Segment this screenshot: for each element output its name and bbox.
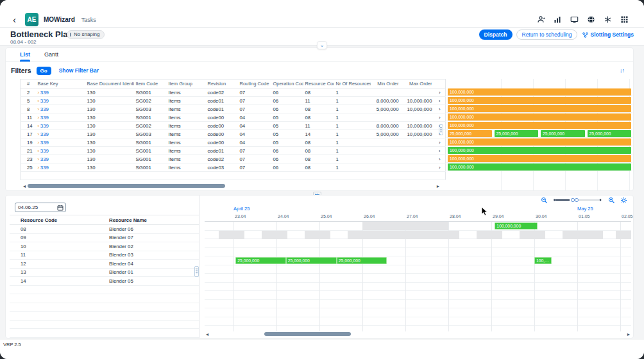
scroll-right-icon[interactable]: ► bbox=[626, 332, 631, 337]
table-row[interactable]: 17›339130SG003Itemscode0004051415,000,00… bbox=[21, 130, 446, 138]
capacity-bar[interactable]: 100,000,000 bbox=[448, 163, 631, 171]
table-row[interactable]: 25›339130SG001Itemscode030706081› bbox=[21, 163, 446, 172]
base-key-link[interactable]: 339 bbox=[40, 90, 49, 96]
row-detail-chevron[interactable]: › bbox=[434, 155, 446, 163]
column-header-max-order[interactable]: Max Order bbox=[401, 79, 434, 88]
calendar-icon[interactable] bbox=[57, 205, 64, 211]
column-header-base-document-identifier[interactable]: Base Document Identifier bbox=[85, 79, 134, 88]
scroll-left-icon[interactable]: ◄ bbox=[205, 332, 210, 337]
row-detail-chevron[interactable]: › bbox=[434, 147, 446, 155]
column-header-item-group[interactable]: Item Group bbox=[167, 79, 206, 88]
date-input[interactable]: 04.06.25 bbox=[15, 203, 66, 212]
capacity-bar[interactable]: 100,000,000 bbox=[448, 147, 631, 154]
gantt-bar[interactable]: 25,000,000 bbox=[286, 257, 337, 264]
sort-icon[interactable]: ↓↑ bbox=[620, 67, 624, 74]
resource-row[interactable]: 09Blender 07 bbox=[10, 233, 199, 242]
capacity-bar[interactable]: 100,000,000 bbox=[448, 113, 631, 121]
base-key-link[interactable]: 339 bbox=[40, 156, 49, 162]
monitor-icon[interactable] bbox=[570, 15, 579, 24]
base-key-link[interactable]: 339 bbox=[40, 98, 49, 104]
capacity-bar[interactable]: 100,000,000 bbox=[448, 138, 631, 146]
column-header-resource-code[interactable]: Resource Code bbox=[303, 79, 334, 88]
row-detail-chevron[interactable]: › bbox=[434, 88, 446, 97]
column-header-operation-code[interactable]: Operation Code bbox=[271, 79, 303, 88]
show-filter-bar-link[interactable]: Show Filter Bar bbox=[59, 67, 99, 74]
grid-icon[interactable] bbox=[620, 15, 629, 24]
resource-column-resource-name[interactable]: Resource Name bbox=[107, 215, 199, 225]
table-row[interactable]: 11›339130SG001Itemscode000405081› bbox=[21, 113, 446, 122]
collapse-header-button[interactable]: ⌄ bbox=[317, 41, 327, 49]
go-button[interactable]: Go bbox=[37, 67, 51, 75]
base-key-link[interactable]: 339 bbox=[40, 123, 49, 129]
vertical-splitter-grip[interactable] bbox=[439, 124, 443, 135]
cell: SG001 bbox=[134, 155, 167, 163]
gantt-splitter-grip[interactable] bbox=[194, 266, 199, 277]
capacity-bar[interactable]: 100,000,000 bbox=[448, 155, 631, 162]
slotting-settings-button[interactable]: Slotting Settings bbox=[581, 29, 635, 40]
gantt-bar[interactable]: 25,000,000 bbox=[235, 257, 285, 264]
row-detail-chevron[interactable]: › bbox=[434, 113, 446, 122]
scrollbar-thumb[interactable] bbox=[264, 332, 351, 336]
table-row[interactable]: 2›339130SG001Itemscode020706081› bbox=[21, 88, 446, 97]
zoom-in-icon[interactable] bbox=[608, 197, 615, 204]
return-to-scheduling-button[interactable]: Return to scheduling bbox=[516, 29, 578, 40]
table-row[interactable]: 5›339130SG002Itemscode0107061118,000,000… bbox=[21, 97, 446, 105]
table-row[interactable]: 23›339130SG001Itemscode020706081› bbox=[21, 155, 446, 163]
resource-row[interactable]: 12Blender 04 bbox=[10, 260, 199, 269]
scroll-left-icon[interactable]: ◄ bbox=[22, 184, 27, 188]
base-key-link[interactable]: 339 bbox=[40, 165, 49, 171]
back-icon[interactable]: ‹ bbox=[9, 13, 20, 26]
base-key-link[interactable]: 339 bbox=[40, 140, 49, 146]
resource-row[interactable]: 11Blender 03 bbox=[10, 251, 199, 260]
row-detail-chevron[interactable]: › bbox=[434, 105, 446, 113]
globe-icon[interactable] bbox=[587, 15, 595, 24]
zoom-out-icon[interactable] bbox=[541, 197, 548, 204]
column-header-min-order[interactable]: Min Order bbox=[371, 79, 401, 88]
analytics-icon[interactable] bbox=[554, 15, 562, 24]
tab-gantt[interactable]: Gantt bbox=[44, 48, 58, 62]
resource-row[interactable]: 10Blender 02 bbox=[10, 242, 199, 251]
capacity-bar[interactable]: 100,000,000 bbox=[448, 88, 631, 96]
base-key-link[interactable]: 339 bbox=[40, 106, 49, 112]
column-header-nr-of-resources[interactable]: Nr Of Resources bbox=[334, 79, 371, 88]
scrollbar-thumb[interactable] bbox=[28, 184, 225, 188]
column-header-routing-code[interactable]: Routing Code bbox=[238, 79, 271, 88]
resource-row[interactable]: 14Blender 05 bbox=[10, 277, 199, 286]
user-icon[interactable] bbox=[537, 15, 545, 24]
capacity-bar[interactable]: 25,000,000 bbox=[541, 130, 585, 137]
resource-row[interactable]: 08Blender 06 bbox=[10, 225, 199, 234]
table-row[interactable]: 14›339130SG002Itemscode0004051118,000,00… bbox=[21, 122, 446, 130]
row-detail-chevron[interactable]: › bbox=[434, 163, 446, 172]
column-header-base-key[interactable]: Base Key bbox=[36, 79, 85, 88]
column-header--[interactable]: # bbox=[21, 79, 36, 88]
tab-list[interactable]: List bbox=[20, 48, 30, 62]
table-row[interactable]: 8›339130SG003Itemscode0107060815,000,000… bbox=[21, 105, 446, 113]
list-horizontal-scrollbar[interactable]: ◄ ► bbox=[22, 183, 441, 189]
zoom-slider[interactable] bbox=[553, 197, 603, 203]
capacity-bar[interactable]: 100,000,000 bbox=[448, 97, 631, 104]
resource-row[interactable]: 13Blender 01 bbox=[10, 268, 199, 277]
capacity-bar[interactable]: 25,000,000 bbox=[495, 130, 539, 137]
table-row[interactable]: 21›339130SG001Itemscode010706081› bbox=[21, 147, 446, 155]
row-detail-chevron[interactable]: › bbox=[434, 138, 446, 147]
gantt-horizontal-scrollbar[interactable]: ◄ ► bbox=[205, 331, 631, 337]
capacity-bar[interactable]: 100,000,000 bbox=[448, 122, 631, 129]
gantt-bar[interactable]: 25,000,000 bbox=[337, 257, 387, 264]
resource-column-resource-code[interactable]: Resource Code bbox=[10, 215, 107, 225]
gantt-settings-icon[interactable] bbox=[620, 197, 627, 204]
column-header-revision[interactable]: Revision bbox=[206, 79, 238, 88]
capacity-bar[interactable]: 25,000,000 bbox=[588, 130, 632, 137]
gantt-bar[interactable]: 100,000,000 bbox=[534, 257, 552, 264]
row-detail-chevron[interactable]: › bbox=[434, 97, 446, 105]
asterisk-icon[interactable] bbox=[604, 15, 612, 24]
base-key-link[interactable]: 339 bbox=[40, 148, 49, 154]
capacity-bar[interactable]: 25,000,000 bbox=[448, 130, 492, 137]
base-key-link[interactable]: 339 bbox=[40, 131, 49, 137]
table-row[interactable]: 19›339130SG001Itemscode000405081› bbox=[21, 138, 446, 147]
dispatch-button[interactable]: Dispatch bbox=[479, 29, 513, 40]
base-key-link[interactable]: 339 bbox=[40, 115, 49, 121]
column-header-item-code[interactable]: Item Code bbox=[134, 79, 167, 88]
scroll-right-icon[interactable]: ► bbox=[436, 184, 441, 188]
capacity-bar[interactable]: 100,000,000 bbox=[448, 105, 631, 112]
gantt-bar[interactable]: 100,000,000 bbox=[495, 222, 538, 230]
